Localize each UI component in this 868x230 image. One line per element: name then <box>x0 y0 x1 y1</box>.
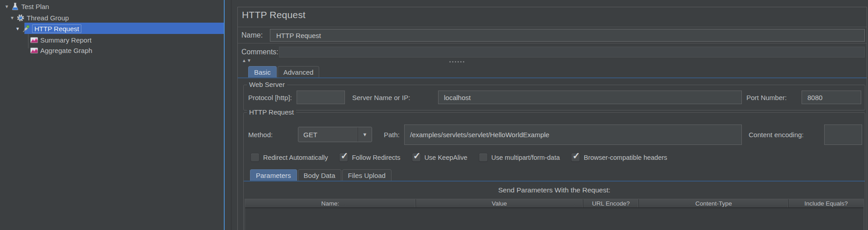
checkbox-icon[interactable] <box>479 153 487 162</box>
parameters-table[interactable]: Name: Value URL Encode? Content-Type Inc… <box>245 199 864 230</box>
port-number-label: Port Number: <box>746 94 787 101</box>
chart-icon <box>30 46 38 55</box>
split-pane-divider[interactable] <box>224 0 225 230</box>
tree-item-http-request[interactable]: ▼ HTTP Request <box>0 23 224 34</box>
checkbox-label: Follow Redirects <box>352 154 400 161</box>
content-encoding-input[interactable] <box>824 125 862 145</box>
tree-item-thread-group[interactable]: ▼ Thread Group <box>0 12 224 23</box>
tab-underline <box>244 181 865 182</box>
dropdown-arrow-button[interactable]: ▼ <box>358 127 372 142</box>
comments-label: Comments: <box>241 47 278 58</box>
checkbox-follow-redirects[interactable]: Follow Redirects <box>340 153 400 162</box>
http-request-editor: HTTP Request Name: HTTP Request Comments… <box>237 7 867 230</box>
chevron-down-icon: ▼ <box>363 132 368 137</box>
path-input[interactable]: /examples/servlets/servlet/HelloWorldExa… <box>404 125 742 145</box>
split-pane-divider-line <box>231 0 231 230</box>
method-label: Method: <box>248 131 273 139</box>
method-dropdown[interactable]: GET ▼ <box>298 127 372 142</box>
mode-tabs: Basic Advanced <box>248 66 320 77</box>
checkbox-icon[interactable] <box>571 153 580 162</box>
tab-parameters[interactable]: Parameters <box>250 169 297 181</box>
checkbox-label: Browser-compatible headers <box>584 154 667 161</box>
column-header-name[interactable]: Name: <box>245 199 416 207</box>
method-selected-value: GET <box>303 127 317 142</box>
http-request-group: HTTP Request Method: GET ▼ Path: /exampl… <box>243 112 865 230</box>
expand-arrow-icon[interactable]: ▼ <box>4 4 10 9</box>
server-name-input[interactable]: localhost <box>438 91 742 104</box>
column-header-include-equals[interactable]: Include Equals? <box>788 199 863 207</box>
checkbox-redirect-automatically[interactable]: Redirect Automatically <box>251 153 328 162</box>
page-title: HTTP Request <box>242 10 306 20</box>
jmeter-window: ▼ Test Plan ▼ Thread Group ▼ HTTP Reques… <box>0 0 868 230</box>
name-input[interactable]: HTTP Request <box>270 29 865 42</box>
name-label: Name: <box>241 27 263 43</box>
tree-item-label: Test Plan <box>21 3 49 10</box>
options-checkbox-row: Redirect Automatically Follow Redirects … <box>251 152 667 163</box>
name-row: Name: HTTP Request <box>238 27 867 43</box>
checkbox-icon[interactable] <box>412 153 420 162</box>
tab-advanced[interactable]: Advanced <box>278 66 320 77</box>
checkbox-use-keepalive[interactable]: Use KeepAlive <box>412 153 467 162</box>
tree-item-label: Aggregate Graph <box>40 47 92 54</box>
tab-underline <box>238 77 867 78</box>
server-name-label: Server Name or IP: <box>352 94 410 101</box>
tree-item-label: Summary Report <box>40 36 91 44</box>
group-legend: Web Server <box>247 81 287 88</box>
path-label: Path: <box>384 131 400 139</box>
tab-files-upload[interactable]: Files Upload <box>342 169 392 181</box>
column-header-content-type[interactable]: Content-Type <box>639 199 788 207</box>
checkbox-label: Use KeepAlive <box>425 154 467 161</box>
checkbox-use-multipart[interactable]: Use multipart/form-data <box>479 153 560 162</box>
tree-item-label: Thread Group <box>27 14 69 22</box>
tree-item-summary-report[interactable]: Summary Report <box>0 34 224 45</box>
tree-item-test-plan[interactable]: ▼ Test Plan <box>0 1 224 12</box>
protocol-label: Protocol [http]: <box>248 94 292 101</box>
group-legend: HTTP Request <box>247 108 296 116</box>
parameter-tabs: Parameters Body Data Files Upload <box>250 168 392 181</box>
expand-arrow-icon[interactable]: ▼ <box>14 26 21 31</box>
tree-item-aggregate-graph[interactable]: Aggregate Graph <box>0 45 224 56</box>
collapse-toggle-icon[interactable]: ▲▼ <box>242 58 252 63</box>
column-header-value[interactable]: Value <box>416 199 584 207</box>
tab-basic[interactable]: Basic <box>248 66 277 77</box>
send-parameters-title: Send Parameters With the Request: <box>244 186 865 196</box>
parameters-table-header: Name: Value URL Encode? Content-Type Inc… <box>245 199 863 208</box>
http-request-icon <box>22 24 30 33</box>
checkbox-label: Use multipart/form-data <box>491 154 560 161</box>
web-server-group: Web Server Protocol [http]: Server Name … <box>243 85 865 110</box>
expand-arrow-icon[interactable]: ▼ <box>9 15 15 20</box>
checkbox-browser-compatible-headers[interactable]: Browser-compatible headers <box>571 153 667 162</box>
chart-icon <box>30 36 38 44</box>
protocol-input[interactable] <box>297 91 345 104</box>
tree-item-label: HTTP Request <box>32 24 81 33</box>
port-number-input[interactable]: 8080 <box>802 91 861 104</box>
content-encoding-label: Content encoding: <box>749 131 804 139</box>
checkbox-icon[interactable] <box>340 153 348 162</box>
thread-group-icon <box>16 14 25 22</box>
checkbox-icon[interactable] <box>251 153 259 162</box>
test-plan-icon <box>11 2 19 11</box>
tab-body-data[interactable]: Body Data <box>298 169 341 181</box>
test-plan-tree: ▼ Test Plan ▼ Thread Group ▼ HTTP Reques… <box>0 0 224 230</box>
splitter-grip-icon[interactable] <box>449 61 467 63</box>
column-header-url-encode[interactable]: URL Encode? <box>583 199 639 207</box>
comments-input[interactable] <box>279 47 865 58</box>
checkbox-label: Redirect Automatically <box>263 154 328 161</box>
